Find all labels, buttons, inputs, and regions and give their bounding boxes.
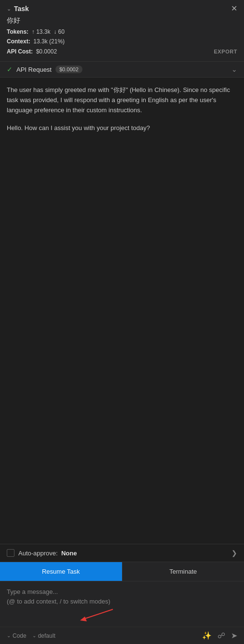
default-label: default xyxy=(38,632,55,639)
tokens-label: Tokens: xyxy=(7,28,28,35)
check-icon: ✓ xyxy=(7,66,13,73)
code-label: Code xyxy=(13,632,27,639)
svg-line-0 xyxy=(84,609,113,619)
close-icon[interactable]: ✕ xyxy=(231,5,237,13)
api-request-bar[interactable]: ✓ API Request $0.0002 ⌄ xyxy=(0,62,244,78)
send-icon[interactable]: ➤ xyxy=(231,631,237,640)
message-placeholder: Type a message... (@ to add context, / t… xyxy=(7,587,237,606)
terminate-button[interactable]: Terminate xyxy=(122,562,244,581)
tokens-up: 13.3k xyxy=(36,28,50,35)
default-mode-selector[interactable]: ⌄ default xyxy=(32,632,55,639)
task-title-left: ⌄ Task xyxy=(7,5,29,13)
response-text-2: Hello. How can I assist you with your pr… xyxy=(7,123,237,133)
toolbar-left: ⌄ Code ⌄ default xyxy=(7,632,55,639)
svg-marker-1 xyxy=(80,617,87,621)
placeholder-line2: (@ to add context, / to switch modes) xyxy=(7,597,237,606)
api-request-cost-badge: $0.0002 xyxy=(55,66,82,73)
chevron-default-icon: ⌄ xyxy=(32,633,36,638)
code-mode-selector[interactable]: ⌄ Code xyxy=(7,632,27,639)
context-value: 13.3k (21%) xyxy=(33,38,65,45)
auto-approve-left: Auto-approve: None xyxy=(7,549,77,557)
action-buttons: Resume Task Terminate xyxy=(0,562,244,581)
auto-approve-value: None xyxy=(61,550,77,557)
api-request-left: ✓ API Request $0.0002 xyxy=(7,66,82,73)
response-text-1: The user has simply greeted me with "你好"… xyxy=(7,85,237,115)
enhance-icon[interactable]: ✨ xyxy=(202,631,212,640)
api-cost-left: API Cost: $0.0002 xyxy=(7,47,57,56)
bottom-area: Auto-approve: None ❯ Resume Task Termina… xyxy=(0,544,244,644)
auto-approve-label: Auto-approve: None xyxy=(18,550,77,557)
resume-task-button[interactable]: Resume Task xyxy=(0,562,122,581)
tokens-row: Tokens: ↑ 13.3k ↓ 60 xyxy=(7,27,237,37)
arrow-right-icon[interactable]: ❯ xyxy=(231,549,237,557)
chevron-right-icon: ⌄ xyxy=(231,66,237,73)
api-cost-value: $0.0002 xyxy=(36,48,57,55)
api-cost-label: API Cost: xyxy=(7,48,33,55)
tokens-down: 60 xyxy=(58,28,65,35)
chevron-down-icon[interactable]: ⌄ xyxy=(7,6,11,12)
export-button[interactable]: EXPORT xyxy=(214,47,237,56)
api-request-label: API Request xyxy=(16,66,52,73)
placeholder-line1: Type a message... xyxy=(7,587,237,597)
task-meta: Tokens: ↑ 13.3k ↓ 60 Context: 13.3k (21%… xyxy=(7,27,237,56)
context-row: Context: 13.3k (21%) xyxy=(7,37,237,46)
message-input-area[interactable]: Type a message... (@ to add context, / t… xyxy=(0,581,244,627)
toolbar-right: ✨ ☍ ➤ xyxy=(202,631,237,640)
auto-approve-bar: Auto-approve: None ❯ xyxy=(0,544,244,562)
context-label: Context: xyxy=(7,38,30,45)
red-arrow-annotation xyxy=(74,607,118,621)
task-greeting: 你好 xyxy=(7,16,237,25)
chevron-code-icon: ⌄ xyxy=(7,633,11,638)
image-icon[interactable]: ☍ xyxy=(217,631,225,640)
api-cost-row: API Cost: $0.0002 EXPORT xyxy=(7,47,237,56)
task-title: Task xyxy=(14,5,29,13)
auto-approve-text: Auto-approve: xyxy=(18,550,58,557)
task-title-row: ⌄ Task ✕ xyxy=(7,5,237,13)
task-header: ⌄ Task ✕ 你好 Tokens: ↑ 13.3k ↓ 60 Context… xyxy=(0,0,244,62)
main-content: The user has simply greeted me with "你好"… xyxy=(0,78,244,544)
bottom-toolbar: ⌄ Code ⌄ default ✨ ☍ ➤ xyxy=(0,627,244,644)
auto-approve-checkbox[interactable] xyxy=(7,549,14,557)
